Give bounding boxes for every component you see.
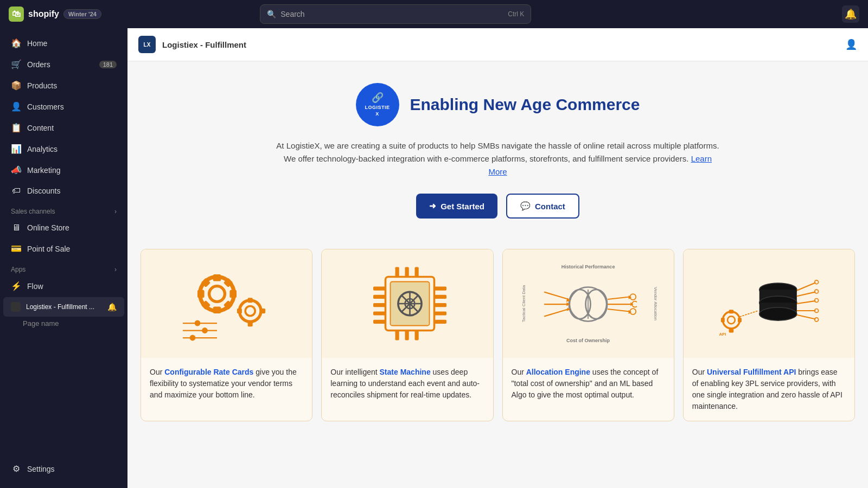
- card-image-state-machine: [322, 249, 493, 358]
- sidebar-item-flow[interactable]: ⚡ Flow: [3, 276, 124, 296]
- sidebar-item-label: Customers: [27, 102, 64, 111]
- svg-rect-32: [434, 311, 446, 315]
- marketing-icon: 📣: [11, 165, 22, 175]
- chevron-right-icon: ›: [114, 266, 117, 273]
- svg-rect-83: [729, 329, 734, 333]
- svg-rect-38: [405, 331, 409, 341]
- search-bar[interactable]: 🔍 Search Ctrl K: [260, 4, 531, 24]
- svg-rect-13: [247, 322, 252, 326]
- svg-line-54: [544, 309, 569, 317]
- customers-icon: 👤: [11, 101, 22, 112]
- svg-rect-29: [434, 287, 446, 291]
- sidebar-item-settings[interactable]: ⚙ Settings: [3, 459, 124, 479]
- svg-rect-3: [213, 306, 220, 313]
- svg-point-47: [569, 290, 591, 319]
- sidebar-item-label: Flow: [27, 282, 43, 291]
- active-app-label: Logistiex - Fulfillment ...: [26, 303, 94, 311]
- svg-rect-28: [373, 320, 386, 324]
- app-header-right: 👤: [845, 38, 857, 50]
- rate-cards-link[interactable]: Configurable Rate Cards: [164, 368, 253, 376]
- svg-line-56: [608, 297, 630, 300]
- sidebar-page-name[interactable]: Page name: [0, 317, 127, 330]
- svg-rect-31: [434, 303, 446, 307]
- svg-rect-85: [738, 318, 742, 323]
- sidebar-item-orders[interactable]: 🛒 Orders 181: [3, 54, 124, 74]
- sidebar-item-label: Point of Sale: [27, 245, 70, 253]
- sidebar-item-label: Settings: [27, 465, 55, 473]
- sidebar-item-customers[interactable]: 👤 Customers: [3, 97, 124, 117]
- sidebar-item-active-app[interactable]: Logistiex - Fulfillment ... 🔔: [3, 297, 124, 317]
- sidebar-item-marketing[interactable]: 📣 Marketing: [3, 160, 124, 180]
- hero-logo: 🔗 LOGISTIEX: [356, 83, 399, 126]
- card-image-allocation-engine: Historical Performance: [503, 249, 674, 358]
- sidebar-item-label: Discounts: [27, 187, 60, 195]
- brand-name: shopify: [28, 9, 59, 19]
- get-started-button[interactable]: ➜ Get Started: [416, 194, 497, 219]
- feature-cards: Our Configurable Rate Cards give you the…: [127, 240, 868, 443]
- sidebar-item-products[interactable]: 📦 Products: [3, 75, 124, 95]
- notification-bell-icon[interactable]: 🔔: [842, 5, 859, 23]
- svg-point-64: [630, 309, 636, 314]
- content-icon: 📋: [11, 123, 22, 133]
- state-machine-link[interactable]: State Machine: [380, 368, 431, 376]
- card-body-rate-cards: Our Configurable Rate Cards give you the…: [141, 358, 312, 421]
- svg-rect-84: [721, 318, 725, 323]
- layout: 🏠 Home 🛒 Orders 181 📦 Products 👤 Custome…: [0, 28, 868, 488]
- person-icon[interactable]: 👤: [845, 39, 857, 50]
- sidebar-item-online-store[interactable]: 🖥 Online Store: [3, 218, 124, 237]
- svg-point-19: [202, 328, 208, 333]
- card-image-rate-cards: [141, 249, 312, 358]
- sidebar-item-home[interactable]: 🏠 Home: [3, 33, 124, 53]
- home-icon: 🏠: [11, 38, 22, 48]
- contact-button[interactable]: 💬 Contact: [506, 194, 579, 219]
- allocation-engine-link[interactable]: Allocation Engine: [526, 368, 590, 376]
- hero-description: At LogistieX, we are creating a suite of…: [276, 139, 720, 178]
- sidebar-item-content[interactable]: 📋 Content: [3, 118, 124, 138]
- arrow-icon: ➜: [429, 201, 436, 211]
- chart-label-bottom: Cost of Ownership: [566, 338, 610, 343]
- chart-label-top: Historical Performance: [561, 264, 615, 269]
- orders-badge: 181: [99, 61, 117, 68]
- chat-icon: 💬: [520, 201, 531, 211]
- svg-rect-82: [729, 310, 734, 313]
- svg-point-11: [245, 306, 255, 316]
- svg-rect-2: [213, 274, 220, 281]
- app-title: Logistiex - Fulfillment: [162, 40, 246, 49]
- svg-point-81: [727, 316, 735, 324]
- svg-line-74: [797, 301, 816, 304]
- apps-section: Apps ›: [0, 259, 127, 275]
- chevron-right-icon: ›: [114, 208, 117, 215]
- search-icon: 🔍: [267, 10, 276, 18]
- svg-line-72: [797, 292, 816, 296]
- svg-point-1: [209, 286, 225, 302]
- products-icon: 📦: [11, 80, 22, 91]
- svg-text:API: API: [719, 332, 726, 337]
- hero-buttons: ➜ Get Started 💬 Contact: [138, 194, 857, 219]
- chart-label-right: Vendor Allocation: [653, 287, 658, 320]
- main-content: LX Logistiex - Fulfillment 👤 🔗 LOGISTIEX…: [127, 28, 868, 488]
- point-of-sale-icon: 💳: [11, 243, 22, 254]
- app-dot-icon: [11, 302, 21, 312]
- fulfillment-api-link[interactable]: Universal Fulfillment API: [707, 368, 796, 376]
- sidebar-item-point-of-sale[interactable]: 💳 Point of Sale: [3, 239, 124, 259]
- shopify-logo: 🛍 shopify Winter '24: [9, 7, 101, 22]
- card-state-machine: Our intelligent State Machine uses deep …: [321, 249, 493, 421]
- card-body-state-machine: Our intelligent State Machine uses deep …: [322, 358, 493, 421]
- svg-rect-39: [414, 331, 418, 341]
- hero-logo-text: LOGISTIEX: [365, 105, 390, 117]
- svg-line-50: [544, 292, 569, 300]
- apps-label: Apps: [11, 266, 25, 273]
- svg-point-17: [194, 320, 200, 326]
- sidebar-item-discounts[interactable]: 🏷 Discounts: [3, 181, 124, 201]
- sidebar-item-analytics[interactable]: 📊 Analytics: [3, 139, 124, 159]
- app-bell-icon[interactable]: 🔔: [107, 303, 117, 311]
- svg-rect-25: [373, 295, 386, 299]
- svg-line-78: [797, 315, 816, 319]
- online-store-icon: 🖥: [11, 223, 22, 233]
- discounts-icon: 🏷: [11, 186, 22, 196]
- orders-icon: 🛒: [11, 59, 22, 69]
- svg-rect-12: [247, 298, 252, 303]
- svg-rect-15: [260, 309, 265, 313]
- winter-badge: Winter '24: [63, 9, 101, 19]
- card-allocation-engine: Historical Performance: [502, 249, 674, 421]
